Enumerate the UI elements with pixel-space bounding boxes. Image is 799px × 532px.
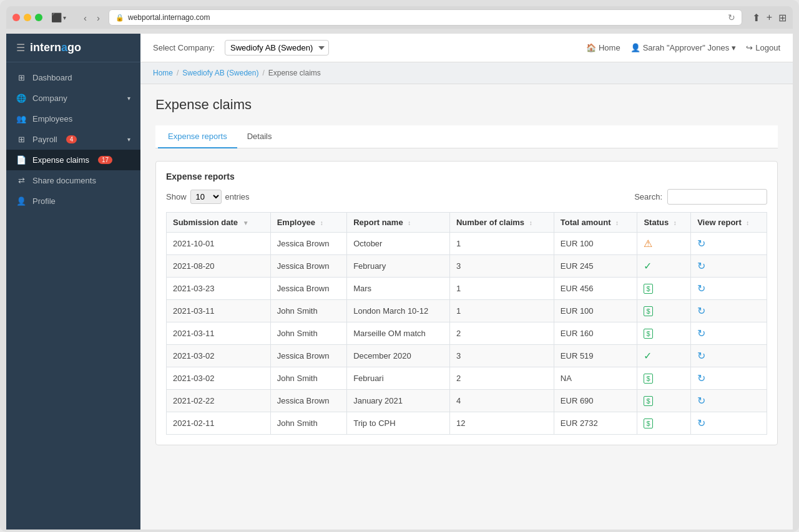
cell-number-of-claims: 12: [449, 412, 554, 435]
cell-number-of-claims: 1: [449, 233, 554, 255]
cell-view-report[interactable]: ↻: [691, 233, 767, 255]
browser-forward[interactable]: ›: [93, 11, 104, 24]
status-money-icon: $: [644, 418, 652, 428]
cell-status: $: [637, 390, 691, 412]
sort-icon: ↕: [529, 220, 532, 226]
cell-view-report[interactable]: ↻: [691, 300, 767, 322]
logout-icon: ↪: [746, 43, 753, 52]
table-row: 2021-03-23 Jessica Brown Mars 1 EUR 456 …: [167, 278, 767, 300]
table-row: 2021-03-11 John Smith London March 10-12…: [167, 300, 767, 322]
cell-status: ⚠: [637, 233, 691, 255]
sidebar-item-employees[interactable]: 👥 Employees: [6, 109, 140, 129]
tab-expense-reports[interactable]: Expense reports: [158, 125, 237, 148]
view-report-btn[interactable]: ↻: [697, 327, 705, 339]
cell-employee: Jessica Brown: [270, 345, 347, 367]
hamburger-icon[interactable]: ☰: [16, 42, 25, 54]
cell-employee: Jessica Brown: [270, 233, 347, 255]
view-report-btn[interactable]: ↻: [697, 395, 705, 407]
sidebar-item-profile[interactable]: 👤 Profile: [6, 191, 140, 211]
cell-submission-date: 2021-03-11: [167, 322, 271, 345]
cell-status: $: [637, 278, 691, 300]
browser-minimize[interactable]: [24, 14, 31, 21]
breadcrumb-home[interactable]: Home: [153, 69, 173, 77]
cell-employee: Jessica Brown: [270, 278, 347, 300]
cell-view-report[interactable]: ↻: [691, 390, 767, 412]
sidebar-nav: ⊞ Dashboard 🌐 Company ▾ 👥 Employees ⊞ Pa…: [6, 62, 140, 530]
view-report-btn[interactable]: ↻: [697, 283, 705, 294]
cell-view-report[interactable]: ↻: [691, 412, 767, 435]
status-money-icon: $: [644, 374, 652, 384]
reload-icon[interactable]: ↻: [728, 12, 735, 22]
status-money-icon: $: [644, 396, 652, 406]
col-submission-date[interactable]: Submission date ▼: [167, 213, 271, 233]
sort-icon: ↕: [674, 220, 677, 226]
cell-total-amount: EUR 519: [554, 345, 637, 367]
tabs-btn[interactable]: ⊞: [778, 12, 787, 24]
sidebar-item-company[interactable]: 🌐 Company ▾: [6, 88, 140, 109]
browser-close[interactable]: [12, 14, 20, 21]
browser-maximize[interactable]: [35, 14, 42, 21]
cell-total-amount: EUR 690: [554, 390, 637, 412]
profile-icon: 👤: [16, 196, 26, 206]
col-status[interactable]: Status ↕: [637, 213, 691, 233]
tab-details[interactable]: Details: [237, 125, 282, 148]
dashboard-icon: ⊞: [16, 73, 26, 82]
cell-employee: John Smith: [270, 367, 347, 390]
cell-submission-date: 2021-03-23: [167, 278, 271, 300]
view-report-btn[interactable]: ↻: [697, 238, 705, 249]
new-tab-btn[interactable]: +: [767, 12, 772, 24]
cell-report-name: Mars: [347, 278, 450, 300]
search-input[interactable]: [667, 189, 767, 205]
view-report-btn[interactable]: ↻: [697, 260, 705, 272]
cell-report-name: London March 10-12: [347, 300, 450, 322]
view-report-btn[interactable]: ↻: [697, 350, 705, 362]
sidebar-item-share-documents[interactable]: ⇄ Share documents: [6, 170, 140, 191]
cell-view-report[interactable]: ↻: [691, 322, 767, 345]
user-link[interactable]: 👤 Sarah "Approver" Jones ▾: [630, 43, 737, 52]
view-report-btn[interactable]: ↻: [697, 372, 705, 384]
cell-view-report[interactable]: ↻: [691, 367, 767, 390]
breadcrumb-sep1: /: [177, 69, 179, 77]
cell-report-name: Trip to CPH: [347, 412, 450, 435]
col-employee[interactable]: Employee ↕: [270, 213, 347, 233]
cell-status: ✓: [637, 255, 691, 278]
sidebar-toggle-btn[interactable]: ⬛▾: [47, 11, 70, 24]
cell-number-of-claims: 1: [449, 278, 554, 300]
cell-status: ✓: [637, 345, 691, 367]
page-title: Expense claims: [155, 97, 778, 113]
search-label: Search:: [634, 192, 662, 201]
sidebar-item-payroll[interactable]: ⊞ Payroll 4 ▾: [6, 129, 140, 150]
cell-view-report[interactable]: ↻: [691, 278, 767, 300]
home-link[interactable]: 🏠 Home: [586, 43, 620, 52]
cell-report-name: January 2021: [347, 390, 450, 412]
logo-text: internago: [30, 41, 81, 54]
breadcrumb-company[interactable]: Swediofy AB (Sweden): [182, 69, 258, 77]
share-btn[interactable]: ⬆: [752, 12, 760, 24]
cell-view-report[interactable]: ↻: [691, 345, 767, 367]
entries-select[interactable]: 10 25 50: [190, 190, 222, 204]
sidebar-item-dashboard[interactable]: ⊞ Dashboard: [6, 67, 140, 88]
data-table: Submission date ▼ Employee ↕ Report name: [166, 212, 767, 435]
view-report-btn[interactable]: ↻: [697, 305, 705, 317]
col-view-report[interactable]: View report ↕: [691, 213, 767, 233]
col-number-of-claims[interactable]: Number of claims ↕: [449, 213, 554, 233]
cell-report-name: December 2020: [347, 345, 450, 367]
address-bar[interactable]: 🔒 webportal.internago.com ↻: [109, 9, 742, 26]
cell-total-amount: EUR 245: [554, 255, 637, 278]
view-report-btn[interactable]: ↻: [697, 417, 705, 429]
browser-back[interactable]: ‹: [80, 11, 91, 24]
col-total-amount[interactable]: Total amount ↕: [554, 213, 637, 233]
sidebar: ☰ internago ⊞ Dashboard 🌐 Company ▾ 👥 Em…: [6, 34, 140, 530]
cell-employee: John Smith: [270, 412, 347, 435]
col-report-name[interactable]: Report name ↕: [347, 213, 450, 233]
cell-total-amount: EUR 456: [554, 278, 637, 300]
cell-employee: Jessica Brown: [270, 255, 347, 278]
cell-status: $: [637, 300, 691, 322]
company-select[interactable]: Swediofy AB (Sweden): [225, 40, 329, 56]
cell-view-report[interactable]: ↻: [691, 255, 767, 278]
logout-link[interactable]: ↪ Logout: [746, 43, 780, 52]
sidebar-item-label: Dashboard: [32, 73, 72, 82]
search-area: Search:: [634, 189, 767, 205]
chevron-down-icon: ▾: [127, 136, 130, 143]
sidebar-item-expense-claims[interactable]: 📄 Expense claims 17: [6, 150, 140, 170]
